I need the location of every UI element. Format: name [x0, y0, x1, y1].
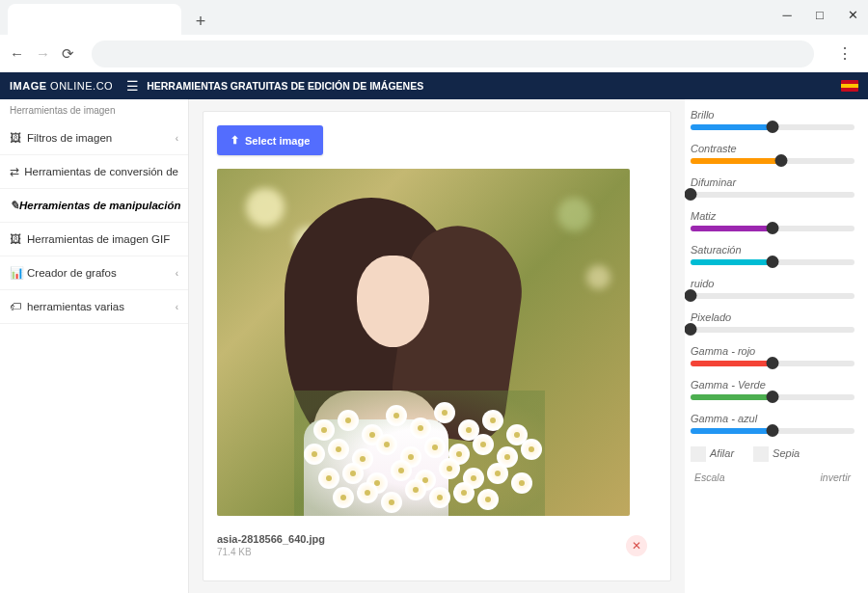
wrench-icon: ✎ — [10, 199, 19, 212]
gif-icon: 🖼 — [10, 232, 27, 246]
header-title: HERRAMIENTAS GRATUITAS DE EDICIÓN DE IMÁ… — [147, 80, 423, 92]
invert-label: invertir — [820, 472, 851, 483]
slider-label: ruido — [691, 278, 854, 289]
slider-label: Gamma - Verde — [691, 379, 854, 391]
file-name: asia-2818566_640.jpg — [217, 533, 325, 545]
sidebar-item-label: Herramientas de manipulación — [19, 200, 180, 211]
slider-gamma---azul: Gamma - azul — [691, 413, 854, 434]
image-icon: 🖼 — [10, 131, 27, 145]
chevron-left-icon: ‹ — [176, 268, 178, 279]
slider-label: Saturación — [691, 244, 854, 256]
file-size: 71.4 KB — [217, 547, 325, 557]
tags-icon: 🏷 — [10, 300, 27, 313]
slider-matiz: Matiz — [691, 210, 854, 231]
scale-label: Escala — [694, 472, 725, 483]
slider-track[interactable] — [691, 158, 854, 164]
shuffle-icon: ⇄ — [10, 165, 24, 178]
chart-icon: 📊 — [10, 266, 27, 280]
slider-label: Contraste — [691, 143, 854, 154]
slider-thumb[interactable] — [685, 289, 697, 302]
slider-contraste: Contraste — [691, 143, 854, 164]
sidebar-item-label: Filtros de imagen — [27, 132, 112, 144]
slider-difuminar: Difuminar — [691, 176, 854, 198]
browser-menu-button[interactable]: ⋮ — [831, 44, 858, 63]
sidebar-section-label: Herramientas de imagen — [0, 99, 188, 121]
image-preview[interactable] — [217, 169, 630, 516]
back-button[interactable]: ← — [10, 45, 24, 63]
sidebar-item-label: Creador de grafos — [27, 267, 117, 279]
sidebar-item-5[interactable]: 🏷herramientas varias‹ — [0, 290, 188, 324]
remove-image-button[interactable]: ✕ — [626, 535, 647, 556]
slider-track[interactable] — [691, 293, 854, 299]
slider-thumb[interactable] — [774, 154, 787, 167]
sidebar-item-0[interactable]: 🖼Filtros de imagen‹ — [0, 121, 188, 155]
slider-saturación: Saturación — [691, 244, 854, 265]
sidebar-item-1[interactable]: ⇄Herramientas de conversión de — [0, 155, 188, 189]
language-flag[interactable] — [841, 80, 858, 92]
browser-tab[interactable] — [8, 4, 181, 35]
slider-track[interactable] — [691, 192, 854, 198]
sidebar-item-4[interactable]: 📊Creador de grafos‹ — [0, 256, 188, 290]
sharpen-checkbox[interactable]: Afilar — [691, 446, 734, 462]
sidebar: Herramientas de imagen 🖼Filtros de image… — [0, 99, 189, 593]
hamburger-icon[interactable]: ☰ — [126, 78, 139, 94]
slider-thumb[interactable] — [767, 391, 779, 403]
main-content: ⬆ Select image — [189, 99, 685, 593]
forward-button[interactable]: → — [36, 45, 50, 63]
reload-button[interactable]: ⟳ — [62, 45, 74, 63]
slider-track[interactable] — [691, 428, 854, 434]
slider-label: Gamma - azul — [691, 413, 854, 424]
slider-track[interactable] — [691, 226, 854, 231]
sidebar-item-label: Herramientas de conversión de — [24, 166, 178, 177]
select-image-button[interactable]: ⬆ Select image — [217, 125, 323, 155]
address-bar[interactable] — [92, 40, 814, 67]
slider-pixelado: Pixelado — [691, 311, 854, 333]
sidebar-item-3[interactable]: 🖼Herramientas de imagen GIF — [0, 223, 188, 256]
slider-thumb[interactable] — [767, 121, 779, 133]
upload-icon: ⬆ — [231, 134, 239, 147]
slider-label: Difuminar — [691, 176, 854, 188]
chevron-left-icon: ‹ — [176, 302, 178, 312]
app-header: IMAGE ONLINE.CO ☰ HERRAMIENTAS GRATUITAS… — [0, 72, 868, 99]
sidebar-item-label: herramientas varias — [27, 301, 124, 312]
slider-ruido: ruido — [691, 278, 854, 299]
slider-label: Pixelado — [691, 311, 854, 323]
slider-label: Brillo — [691, 109, 854, 121]
sliders-panel: Brillo Contraste Difuminar Matiz Saturac… — [685, 99, 868, 593]
sidebar-item-label: Herramientas de imagen GIF — [27, 233, 170, 245]
slider-thumb[interactable] — [767, 222, 779, 234]
sepia-checkbox[interactable]: Sepia — [753, 446, 800, 462]
slider-thumb[interactable] — [685, 323, 697, 336]
slider-gamma---rojo: Gamma - rojo — [691, 345, 854, 366]
slider-thumb[interactable] — [685, 188, 697, 201]
sidebar-item-2[interactable]: ✎Herramientas de manipulación — [0, 189, 188, 223]
close-window-button[interactable]: ✕ — [845, 8, 860, 22]
maximize-button[interactable]: □ — [812, 8, 827, 22]
slider-label: Matiz — [691, 210, 854, 222]
logo[interactable]: IMAGE ONLINE.CO — [10, 80, 113, 92]
slider-track[interactable] — [691, 361, 854, 366]
slider-track[interactable] — [691, 124, 854, 130]
slider-thumb[interactable] — [767, 357, 779, 369]
slider-brillo: Brillo — [691, 109, 854, 130]
slider-thumb[interactable] — [767, 256, 779, 268]
slider-gamma---verde: Gamma - Verde — [691, 379, 854, 400]
slider-track[interactable] — [691, 394, 854, 400]
browser-chrome: + ─ □ ✕ ← → ⟳ ⋮ — [0, 0, 868, 72]
new-tab-button[interactable]: + — [187, 8, 214, 35]
slider-track[interactable] — [691, 327, 854, 333]
slider-label: Gamma - rojo — [691, 345, 854, 357]
chevron-left-icon: ‹ — [176, 133, 178, 144]
slider-track[interactable] — [691, 259, 854, 265]
minimize-button[interactable]: ─ — [779, 8, 795, 22]
slider-thumb[interactable] — [767, 424, 779, 437]
